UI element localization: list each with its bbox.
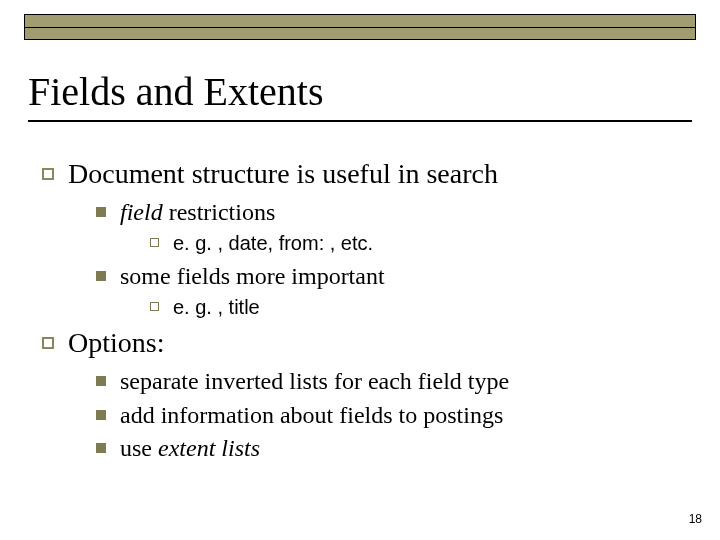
bullet-level2: use extent lists — [96, 433, 680, 464]
bullet-level3: e. g. , date, from: , etc. — [150, 230, 680, 257]
filled-square-icon — [96, 376, 106, 386]
bullet-level3: e. g. , title — [150, 294, 680, 321]
bullet-level1: Options: — [42, 325, 680, 360]
italic-phrase: extent lists — [158, 435, 260, 461]
bullet-text: e. g. , title — [173, 294, 260, 321]
hollow-square-icon — [42, 168, 54, 180]
title-area: Fields and Extents — [28, 70, 692, 122]
bullet-level2: add information about fields to postings — [96, 400, 680, 431]
filled-square-icon — [96, 443, 106, 453]
bullet-text: field restrictions — [120, 197, 275, 228]
hollow-square-icon — [42, 337, 54, 349]
filled-square-icon — [96, 410, 106, 420]
bullet-text: separate inverted lists for each field t… — [120, 366, 509, 397]
slide-title: Fields and Extents — [28, 70, 692, 114]
bullet-text: some fields more important — [120, 261, 385, 292]
bullet-text-prefix: use — [120, 435, 158, 461]
bullet-level2: some fields more important — [96, 261, 680, 292]
bullet-text: add information about fields to postings — [120, 400, 503, 431]
title-underline — [28, 120, 692, 122]
top-accent-bar — [24, 14, 696, 40]
bullet-level2: field restrictions — [96, 197, 680, 228]
bullet-text-rest: restrictions — [163, 199, 276, 225]
bullet-text: use extent lists — [120, 433, 260, 464]
italic-word: field — [120, 199, 163, 225]
filled-square-icon — [96, 207, 106, 217]
hollow-square-icon — [150, 302, 159, 311]
bullet-level1: Document structure is useful in search — [42, 156, 680, 191]
bullet-text: e. g. , date, from: , etc. — [173, 230, 373, 257]
slide-body: Document structure is useful in search f… — [42, 152, 680, 520]
bullet-level2: separate inverted lists for each field t… — [96, 366, 680, 397]
slide: Fields and Extents Document structure is… — [0, 0, 720, 540]
page-number: 18 — [689, 512, 702, 526]
bullet-text: Options: — [68, 325, 164, 360]
bullet-text: Document structure is useful in search — [68, 156, 498, 191]
hollow-square-icon — [150, 238, 159, 247]
filled-square-icon — [96, 271, 106, 281]
